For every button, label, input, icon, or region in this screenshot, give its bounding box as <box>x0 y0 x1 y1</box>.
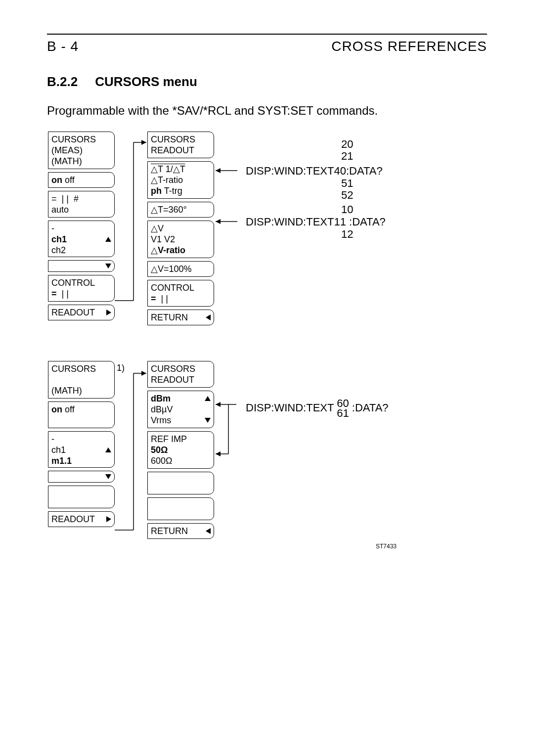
left-icon <box>206 528 211 534</box>
up-icon <box>105 237 111 242</box>
panelC-blank <box>48 486 115 508</box>
num-11: 11 <box>334 216 346 228</box>
panelB-v1v2: V1 V2 <box>151 234 211 245</box>
panelD-dBuV: dBµV <box>151 404 211 415</box>
panelB-dt360-label: △T=360° <box>151 205 187 215</box>
panelD-return: RETURN <box>147 523 214 539</box>
panelB-dt: △T 1/△T <box>151 164 211 175</box>
panelC-readout-label: READOUT <box>51 514 95 525</box>
panelA-ch2: ch2 <box>51 245 111 256</box>
annot2-nums-a: 10 <box>341 204 353 216</box>
panelB-dt360: △T=360° <box>147 202 214 218</box>
annot1-tail: :DATA? <box>346 165 383 177</box>
panelC-dash: - <box>51 434 111 445</box>
panelA-control-bars: | | <box>62 289 69 299</box>
figure-id: ST7433 <box>376 543 397 550</box>
up-icon <box>205 396 211 401</box>
annot2-nums-b: 12 <box>341 228 353 240</box>
panelB-control-bars: | | <box>161 294 168 304</box>
panelB-ph: ph <box>151 186 162 196</box>
panelD-title-l1: CURSORS <box>151 363 211 374</box>
annot3-tail: :DATA? <box>352 401 389 414</box>
down-icon <box>105 474 111 479</box>
down-icon <box>105 264 111 268</box>
panelB-dt-group: △T 1/△T △T-ratio ph T-trg <box>147 161 214 199</box>
panelB-control-eq: = <box>151 294 156 304</box>
panelA-title-l2: (MEAS) <box>51 145 111 156</box>
annot2-line: DISP:WIND:TEXT11 :DATA? <box>246 216 386 228</box>
panelB-ttrg: T-trg <box>162 186 182 196</box>
svg-marker-11 <box>141 371 146 376</box>
panelA-title-l1: CURSORS <box>51 134 111 145</box>
svg-marker-7 <box>216 219 221 224</box>
panelC-off: off <box>62 404 75 414</box>
panelA-title-l3: (MATH) <box>51 156 111 167</box>
panelD-600: 600Ω <box>151 455 211 466</box>
mode-eq: = <box>51 194 57 204</box>
panelD-blank1 <box>147 472 214 494</box>
right-icon <box>106 310 111 315</box>
num-40: 40 <box>334 165 346 177</box>
annot1-nums-b: 51 52 <box>341 178 353 201</box>
panelA-dash: - <box>51 223 111 234</box>
panelC-title: CURSORS (MATH) <box>48 361 115 399</box>
panelD-unit-group: dBm dBµV Vrms <box>147 391 214 428</box>
panelC-onoff: on off <box>48 401 115 428</box>
panelA-down <box>48 260 115 272</box>
num-61: 61 <box>337 408 349 418</box>
panelC-title-l3: (MATH) <box>51 385 111 396</box>
panelB-dv: △V <box>151 223 211 234</box>
panelA-ch: - ch1 ch2 <box>48 221 115 257</box>
num-12: 12 <box>341 228 353 240</box>
annot1-base: DISP:WIND:TEXT <box>246 165 334 177</box>
panelB-control: CONTROL = | | <box>147 280 214 307</box>
panel-cursors-2: CURSORS (MATH) on off - ch1 m1.1 READOUT <box>48 361 115 530</box>
panelB-return-label: RETURN <box>151 312 188 323</box>
panelC-note1: 1) <box>117 363 125 373</box>
panelD-blank2 <box>147 497 214 520</box>
annot2-tail: :DATA? <box>349 216 386 228</box>
annot2-base: DISP:WIND:TEXT <box>246 216 334 228</box>
mode-hash: # <box>74 194 79 204</box>
panelD-refimp: REF IMP 50Ω 600Ω <box>147 431 214 469</box>
panelA-readout-label: READOUT <box>51 307 95 318</box>
panelD-title-l2: READOUT <box>151 374 211 385</box>
mode-bars: | | <box>62 194 69 204</box>
panelB-title: CURSORS READOUT <box>147 132 214 158</box>
panelD-return-label: RETURN <box>151 526 188 536</box>
panel-cursors-meas: CURSORS (MEAS) (MATH) on off = | | # aut… <box>48 132 115 323</box>
panelA-control-label: CONTROL <box>51 277 111 288</box>
num-51: 51 <box>341 178 353 189</box>
panelC-title-l1: CURSORS <box>51 363 111 374</box>
panelB-dv-group: △V V1 V2 △V-ratio <box>147 221 214 258</box>
svg-marker-3 <box>141 140 146 145</box>
panelD-Vrms: Vrms <box>151 415 171 426</box>
panelA-ch1: ch1 <box>51 234 67 245</box>
num-10: 10 <box>341 204 353 216</box>
panelB-title-l2: READOUT <box>151 145 211 156</box>
panelD-dBm: dBm <box>151 393 171 404</box>
panelC-ch1: ch1 <box>51 445 66 455</box>
panelB-title-l1: CURSORS <box>151 134 211 145</box>
panelA-mode: = | | # auto <box>48 191 115 218</box>
num-52: 52 <box>341 189 353 201</box>
panelD-title: CURSORS READOUT <box>147 361 214 388</box>
up-icon <box>105 447 111 452</box>
annot3-line: DISP:WIND:TEXT 60 61 :DATA? <box>246 399 389 418</box>
panelA-control-eq: = <box>51 289 57 299</box>
panelB-dtratio: △T-ratio <box>151 175 211 185</box>
panelB-dv100-label: △V=100% <box>151 264 192 274</box>
annot1-nums: 20 21 <box>341 138 353 162</box>
svg-marker-5 <box>216 168 221 173</box>
svg-marker-13 <box>216 402 221 407</box>
panelD-50: 50Ω <box>151 445 211 455</box>
panelC-m11: m1.1 <box>51 455 111 466</box>
panelB-dv100: △V=100% <box>147 261 214 277</box>
panelC-on: on <box>51 404 62 414</box>
mode-auto: auto <box>51 204 111 215</box>
panelA-title: CURSORS (MEAS) (MATH) <box>48 132 115 169</box>
right-icon <box>106 516 111 522</box>
annot3-base: DISP:WIND:TEXT <box>246 401 334 414</box>
panelA-control: CONTROL = | | <box>48 275 115 302</box>
panel-cursors-readout-1: CURSORS READOUT △T 1/△T △T-ratio ph T-tr… <box>147 132 214 328</box>
